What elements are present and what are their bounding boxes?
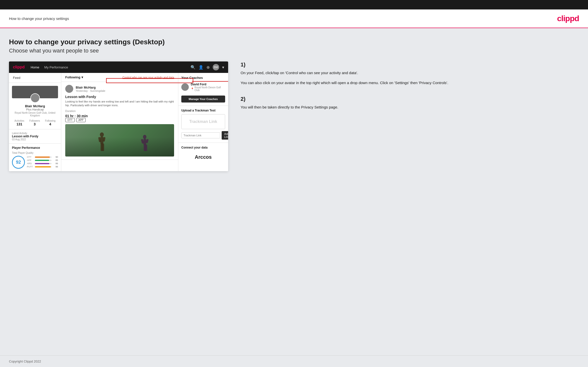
post-duration-value: 01 hr : 30 min [65,114,174,118]
app-screenshot: clippd Home My Performance 🔍 👤 ⊕ BM ▾ Fe… [9,61,228,171]
perf-bar-app-track [35,160,52,161]
step2-text: You will then be taken directly to the P… [241,104,579,110]
step1-text: On your Feed, click/tap on 'Control who … [241,70,579,76]
control-privacy-link[interactable]: Control who can see your activity and da… [123,76,174,79]
app-feed: Following ▾ Control who can see your act… [61,73,178,171]
tag-ott: OTT [65,118,75,122]
person-icon[interactable]: 👤 [198,65,203,70]
perf-bar-putt-fill [35,166,51,167]
post-avatar [65,85,73,93]
coach-club-name: Royal North Devon Golf Club [195,86,225,92]
search-icon[interactable]: 🔍 [191,65,196,70]
quality-circle: 92 [12,156,25,169]
perf-bar-arg-fill [35,163,49,164]
coach-item: David Ford 📍 Royal North Devon Golf Club [178,82,228,94]
stat-activities-value: 131 [14,122,24,126]
perf-bar-putt-track [35,166,52,167]
feed-post: Blair McHarg Yesterday · Sunningdale Les… [61,82,178,160]
perf-bar-arg: ARG 86 [27,162,58,165]
svg-rect-7 [143,139,146,145]
post-author-info: Blair McHarg Yesterday · Sunningdale [76,86,105,92]
post-header: Blair McHarg Yesterday · Sunningdale [65,85,174,93]
feed-header: Following ▾ Control who can see your act… [61,73,178,82]
stat-following-value: 4 [45,122,56,126]
post-title: Lesson with Fordy [65,95,174,99]
app-sidebar: Feed Blair McHarg Plus Handicap Royal No… [9,73,61,171]
content-row: clippd Home My Performance 🔍 👤 ⊕ BM ▾ Fe… [9,61,579,171]
golfer1-silhouette [96,132,108,154]
app-nav-icons: 🔍 👤 ⊕ BM ▾ [191,64,224,70]
following-button[interactable]: Following ▾ [65,75,83,79]
manage-coaches-button[interactable]: Manage Your Coaches [181,96,225,103]
app-body: Feed Blair McHarg Plus Handicap Royal No… [9,73,228,171]
add-circle-icon[interactable]: ⊕ [206,65,210,70]
location-icon: 📍 [191,88,194,90]
trackman-placeholder: Trackman Link [185,119,222,124]
post-author-name: Blair McHarg [76,86,105,89]
main-content: How to change your privacy settings (Des… [0,28,588,355]
following-chevron-icon: ▾ [81,75,83,79]
trackman-add-button[interactable]: Add Link [222,131,228,140]
latest-activity-name: Lesson with Fordy [12,135,58,138]
coach-info: David Ford 📍 Royal North Devon Golf Club [191,83,225,92]
player-performance-title: Player Performance [12,146,58,150]
perf-bar-ott-fill [35,157,50,158]
chevron-down-icon[interactable]: ▾ [222,65,224,70]
app-nav-logo: clippd [13,65,25,69]
perf-bar-app-fill [35,160,49,161]
svg-rect-11 [145,145,147,151]
site-footer: Copyright Clippd 2022 [0,355,588,367]
app-nav: clippd Home My Performance 🔍 👤 ⊕ BM ▾ [9,61,228,73]
perf-bar-arg-val: 86 [53,162,58,165]
connect-section: Connect your data Arccos [178,143,228,166]
step2-number: 2) [241,96,579,102]
post-image-overlay [65,124,174,157]
clippd-logo: clippd [557,14,579,23]
profile-handicap: Plus Handicap [12,108,58,111]
stat-followers-label: Followers [29,119,40,122]
perf-bar-ott-val: 90 [53,156,58,158]
perf-bar-ott: OTT 90 [27,156,58,158]
perf-bar-arg-track [35,163,52,164]
perf-bar-putt: PUTT 96 [27,165,58,168]
perf-bar-putt-val: 96 [53,165,58,168]
latest-activity-date: 03 Aug 2022 [12,138,58,141]
stat-followers-value: 3 [29,122,40,126]
page-subheading: Choose what you want people to see [9,48,579,54]
post-tags: OTT APP [65,118,174,122]
trackman-link-input[interactable] [181,132,220,138]
tag-app: APP [76,118,86,122]
connect-data-title: Connect your data [181,146,225,149]
following-label: Following [65,75,80,79]
player-performance-section: Player Performance Total Player Quality … [9,144,61,171]
svg-point-6 [143,135,146,139]
profile-avatar [30,93,40,103]
perf-bar-putt-label: PUTT [27,165,34,168]
svg-rect-5 [102,144,104,151]
stat-activities-label: Activities [14,119,24,122]
stat-activities: Activities 131 [14,119,24,126]
avatar[interactable]: BM [213,64,219,70]
post-duration-label: Duration [65,109,174,112]
nav-link-performance[interactable]: My Performance [44,65,68,69]
trackman-section: Upload a Trackman Test Trackman Link Add… [178,106,228,143]
footer-copyright: Copyright Clippd 2022 [9,360,41,363]
profile-section: Blair McHarg Plus Handicap Royal North D… [9,83,61,129]
header-title: How to change your privacy settings [9,16,69,21]
trackman-title: Upload a Trackman Test [181,109,225,112]
app-right-sidebar: Your Coaches David Ford 📍 Royal North De… [178,73,228,171]
instruction-step2: 2) You will then be taken directly to th… [241,96,579,110]
nav-link-home[interactable]: Home [31,65,39,69]
coach-club: 📍 Royal North Devon Golf Club [191,86,225,92]
step1-number: 1) [241,61,579,68]
perf-row: 92 OTT 90 APP [12,156,58,169]
svg-point-0 [100,132,104,137]
instructions: 1) On your Feed, click/tap on 'Control w… [238,61,579,120]
feed-tab[interactable]: Feed [9,73,61,83]
svg-rect-1 [100,137,103,144]
perf-bar-app-val: 85 [53,159,58,161]
post-author-meta: Yesterday · Sunningdale [76,89,105,92]
post-description: Looking to feel like my hands are exitin… [65,100,174,107]
perf-bars: OTT 90 APP [27,156,58,169]
perf-bar-app-label: APP [27,159,34,161]
